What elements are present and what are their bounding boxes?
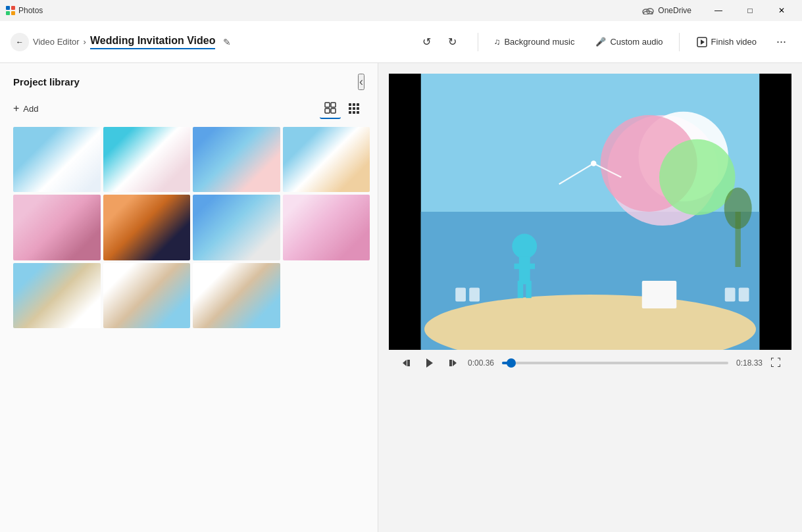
close-button[interactable]: ✕ bbox=[766, 0, 797, 21]
custom-audio-icon: 🎤 bbox=[595, 37, 606, 47]
svg-rect-16 bbox=[349, 107, 351, 110]
photo-thumbnail[interactable] bbox=[13, 127, 101, 192]
svg-rect-33 bbox=[514, 264, 536, 269]
undo-redo-group: ↺ ↻ bbox=[414, 32, 464, 52]
redo-icon: ↻ bbox=[448, 36, 457, 48]
photo-thumbnail[interactable] bbox=[283, 195, 370, 260]
toolbar-more-button[interactable]: ··· bbox=[771, 32, 791, 51]
svg-point-30 bbox=[659, 139, 736, 216]
svg-rect-15 bbox=[357, 103, 359, 106]
fullscreen-button[interactable] bbox=[770, 357, 781, 370]
custom-audio-button[interactable]: 🎤 Custom audio bbox=[588, 33, 670, 51]
breadcrumb: Video Editor › Wedding Invitation Video bbox=[33, 35, 215, 49]
nav-breadcrumb: ← Video Editor › Wedding Invitation Vide… bbox=[11, 33, 231, 51]
progress-track[interactable] bbox=[502, 362, 728, 364]
svg-rect-34 bbox=[518, 281, 523, 298]
progress-bar-container[interactable] bbox=[502, 362, 728, 364]
svg-point-31 bbox=[512, 234, 537, 259]
library-collapse-button[interactable]: ‹ bbox=[358, 74, 364, 90]
rewind-icon bbox=[402, 358, 411, 368]
photo-thumbnail[interactable] bbox=[283, 127, 370, 192]
library-toolbar: + Add bbox=[0, 98, 378, 127]
breadcrumb-parent[interactable]: Video Editor bbox=[33, 37, 80, 47]
photo-thumbnail[interactable] bbox=[103, 195, 191, 260]
photo-thumbnail[interactable] bbox=[13, 263, 101, 328]
photo-thumbnail[interactable] bbox=[193, 127, 280, 192]
project-library-panel: Project library ‹ + Add bbox=[0, 63, 378, 532]
video-preview-inner bbox=[389, 74, 791, 350]
app-title: Photos bbox=[18, 6, 43, 15]
photo-thumbnail[interactable] bbox=[193, 195, 280, 260]
back-button[interactable]: ← bbox=[11, 33, 29, 51]
right-panel: 0:00.36 0:18.33 bbox=[378, 63, 802, 532]
svg-rect-3 bbox=[11, 11, 15, 15]
breadcrumb-separator: › bbox=[84, 37, 86, 47]
video-frame bbox=[389, 74, 791, 350]
end-time: 0:18.33 bbox=[736, 358, 763, 368]
svg-rect-40 bbox=[455, 288, 466, 302]
svg-rect-9 bbox=[325, 103, 330, 107]
svg-rect-42 bbox=[725, 288, 736, 302]
app-name-area: Photos bbox=[5, 5, 43, 16]
background-music-button[interactable]: ♫ Background music bbox=[486, 33, 583, 51]
svg-rect-11 bbox=[325, 109, 330, 113]
toolbar-divider-1 bbox=[478, 33, 478, 51]
bg-music-icon: ♫ bbox=[494, 37, 501, 47]
svg-rect-21 bbox=[357, 111, 359, 114]
library-header: Project library ‹ bbox=[0, 63, 378, 98]
minimize-button[interactable]: — bbox=[703, 0, 734, 21]
photo-thumbnail[interactable] bbox=[103, 263, 191, 328]
svg-rect-14 bbox=[353, 103, 355, 106]
main-content: Project library ‹ + Add bbox=[0, 63, 802, 532]
undo-icon: ↺ bbox=[422, 36, 431, 48]
svg-rect-19 bbox=[349, 111, 351, 114]
title-bar-controls[interactable]: OneDrive — □ ✕ bbox=[642, 0, 797, 21]
svg-marker-49 bbox=[453, 360, 457, 366]
undo-button[interactable]: ↺ bbox=[414, 32, 439, 52]
photo-thumbnail[interactable] bbox=[193, 263, 280, 328]
svg-rect-23 bbox=[389, 74, 421, 350]
svg-rect-32 bbox=[519, 256, 530, 284]
fast-forward-icon bbox=[448, 358, 457, 368]
view-toggle-group bbox=[320, 98, 364, 119]
fast-forward-button[interactable] bbox=[445, 357, 460, 369]
svg-rect-18 bbox=[357, 107, 359, 110]
rewind-button[interactable] bbox=[399, 357, 414, 369]
svg-marker-48 bbox=[426, 358, 433, 368]
add-media-button[interactable]: + Add bbox=[13, 103, 38, 114]
redo-button[interactable]: ↻ bbox=[440, 32, 464, 52]
edit-title-icon[interactable]: ✎ bbox=[223, 37, 231, 47]
svg-rect-0 bbox=[6, 6, 10, 10]
view-large-button[interactable] bbox=[320, 98, 341, 119]
svg-rect-17 bbox=[353, 107, 355, 110]
play-icon bbox=[424, 358, 435, 368]
custom-audio-label: Custom audio bbox=[610, 37, 663, 47]
svg-rect-43 bbox=[739, 288, 749, 302]
toolbar-divider-2 bbox=[679, 33, 680, 51]
progress-thumb[interactable] bbox=[507, 358, 516, 368]
back-icon: ← bbox=[16, 37, 24, 47]
bg-music-label: Background music bbox=[504, 37, 574, 47]
svg-rect-20 bbox=[353, 111, 355, 114]
toolbar: ← Video Editor › Wedding Invitation Vide… bbox=[0, 21, 802, 63]
svg-rect-47 bbox=[407, 360, 410, 366]
svg-rect-2 bbox=[6, 11, 10, 15]
finish-video-button[interactable]: Finish video bbox=[688, 33, 766, 51]
svg-rect-12 bbox=[331, 109, 336, 113]
play-button[interactable] bbox=[422, 356, 438, 370]
svg-point-38 bbox=[591, 160, 596, 166]
finish-video-icon bbox=[697, 37, 707, 47]
photo-grid-container[interactable] bbox=[0, 127, 378, 532]
large-grid-icon bbox=[324, 102, 336, 114]
svg-point-45 bbox=[724, 187, 752, 229]
svg-rect-35 bbox=[526, 281, 531, 298]
library-title: Project library bbox=[13, 76, 80, 87]
svg-rect-24 bbox=[759, 74, 791, 350]
photo-thumbnail[interactable] bbox=[13, 195, 101, 260]
svg-rect-13 bbox=[349, 103, 351, 106]
view-small-button[interactable] bbox=[343, 98, 364, 119]
svg-rect-50 bbox=[449, 360, 452, 366]
add-label: Add bbox=[23, 104, 38, 114]
photo-thumbnail[interactable] bbox=[103, 127, 191, 192]
maximize-button[interactable]: □ bbox=[735, 0, 765, 21]
